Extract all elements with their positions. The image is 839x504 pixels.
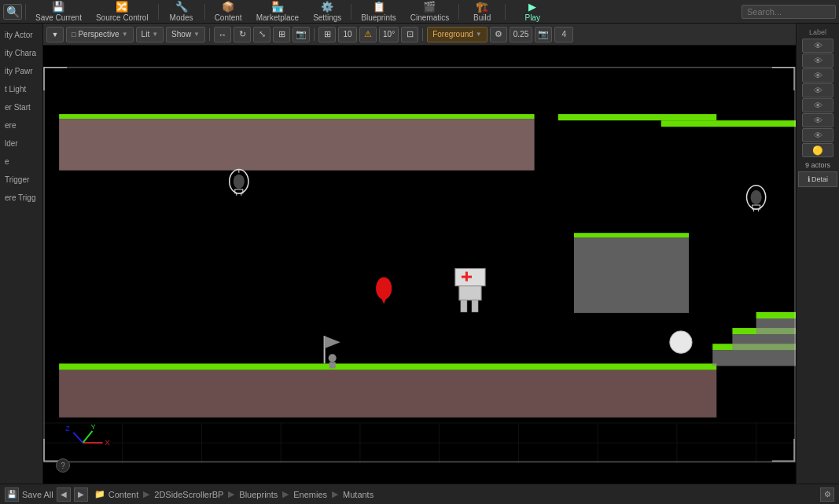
lit-button[interactable]: Lit ▼: [136, 27, 164, 42]
eye-button-2[interactable]: 👁: [802, 53, 833, 68]
breadcrumb-sep-1: ▶: [143, 489, 149, 499]
translate-icon-btn[interactable]: ↔: [214, 27, 231, 42]
sidebar-item-trigger2[interactable]: ere Trigg: [0, 189, 42, 206]
sidebar-item-empty[interactable]: e: [0, 153, 42, 170]
svg-point-13: [234, 175, 245, 189]
eye-button-7[interactable]: 👁: [802, 128, 833, 142]
svg-text:Y: Y: [90, 423, 95, 431]
save-current-button[interactable]: 💾 Save Current: [29, 2, 88, 22]
eye-button-6[interactable]: 👁: [802, 113, 833, 127]
back-button[interactable]: ◀: [57, 487, 71, 502]
angle-number: 10°: [379, 27, 399, 42]
toolbar-separator-3: [204, 4, 205, 20]
camera-speed-number: 4: [554, 27, 573, 42]
perspective-dropdown-icon: ▼: [122, 31, 128, 38]
game-scene: X Y Z: [43, 46, 796, 484]
svg-rect-5: [661, 120, 796, 127]
eye-button-4[interactable]: 👁: [802, 83, 833, 97]
perspective-button[interactable]: □ Perspective ▼: [66, 27, 134, 42]
svg-point-18: [751, 190, 762, 204]
eye-button-5[interactable]: 👁: [802, 98, 833, 112]
rotate-icon-btn[interactable]: ↻: [234, 27, 251, 42]
marketplace-button[interactable]: 🏪 Marketplace: [250, 2, 305, 22]
source-control-button[interactable]: 🔀 Source Control: [90, 2, 155, 22]
breadcrumb-content[interactable]: Content: [109, 490, 139, 499]
blueprints-button[interactable]: 📋 Blueprints: [355, 2, 402, 22]
svg-point-39: [329, 354, 337, 362]
breadcrumb-path4[interactable]: Mutants: [343, 490, 374, 499]
camera-icon-btn[interactable]: 📷: [293, 27, 310, 42]
camera-icon[interactable]: 📷: [535, 27, 552, 42]
sidebar-item-playerstart[interactable]: er Start: [0, 99, 42, 116]
svg-rect-19: [59, 363, 716, 370]
svg-rect-7: [574, 237, 689, 313]
breadcrumb-sep-3: ▶: [282, 489, 289, 499]
sidebar-item-pawn[interactable]: ity Pawr: [0, 63, 42, 79]
toolbar-separator-4: [351, 4, 351, 20]
foreground-button[interactable]: Foreground ▼: [427, 27, 488, 42]
foreground-dropdown-icon: ▼: [476, 31, 482, 38]
show-button[interactable]: Show ▼: [166, 27, 205, 42]
breadcrumb-path1[interactable]: 2DSideScrollerBP: [154, 490, 223, 499]
angle-warning-icon: ⚠: [359, 27, 377, 42]
bottom-right-controls: ⚙: [820, 487, 834, 502]
breadcrumb-path2[interactable]: Blueprints: [239, 490, 278, 499]
bottom-bar: 💾 Save All ◀ ▶ 📁 Content ▶ 2DSideScrolle…: [0, 484, 839, 504]
vp-sep-1: [209, 28, 210, 41]
grid-size-number: 10: [338, 27, 357, 42]
viewport-menu-button[interactable]: ▼: [46, 27, 64, 42]
settings-button[interactable]: ⚙️ Settings: [307, 2, 348, 22]
content-button[interactable]: 📦 Content: [208, 2, 248, 22]
opacity-number: 0.25: [510, 27, 532, 42]
eye-button-3[interactable]: 👁: [802, 68, 833, 83]
svg-point-28: [670, 331, 692, 353]
details-button[interactable]: ℹ Detai: [798, 171, 837, 187]
svg-rect-35: [461, 300, 467, 312]
breadcrumb-sep-4: ▶: [332, 489, 338, 499]
marketplace-icon: 🏪: [271, 1, 284, 13]
surface-snap-icon[interactable]: ⊡: [401, 27, 418, 42]
details-icon: ℹ: [808, 175, 810, 183]
svg-rect-27: [756, 318, 796, 334]
build-button[interactable]: 🏗️ Build: [462, 2, 502, 22]
lit-dropdown-icon: ▼: [152, 31, 158, 38]
scale-icon-btn[interactable]: ⤡: [253, 27, 270, 42]
breadcrumb-path3[interactable]: Enemies: [293, 490, 327, 499]
sidebar-item-volumes[interactable]: ere: [0, 117, 42, 134]
toolbar-separator-5: [458, 4, 459, 20]
eye-button-8[interactable]: 🟡: [802, 143, 833, 157]
toolbar-separator-6: [505, 4, 506, 20]
viewport-canvas[interactable]: X Y Z ?: [43, 46, 796, 484]
save-icon: 💾: [52, 1, 64, 13]
modes-button[interactable]: 🔧 Modes: [162, 2, 201, 22]
sidebar-item-character[interactable]: ity Chara: [0, 45, 42, 61]
svg-rect-23: [712, 350, 796, 366]
toolbar-separator: [25, 4, 26, 20]
cinematics-button[interactable]: 🎬 Cinematics: [404, 2, 455, 22]
menu-icon[interactable]: 🔍: [3, 4, 22, 20]
blueprints-icon: 📋: [373, 1, 385, 13]
left-sidebar: ity Actor ity Chara ity Pawr t Light er …: [0, 24, 43, 484]
svg-rect-3: [59, 119, 534, 170]
svg-rect-40: [329, 362, 336, 368]
sidebar-item-trigger[interactable]: Trigger: [0, 171, 42, 188]
viewport-container: ▼ □ Perspective ▼ Lit ▼ Show ▼ ↔ ↻ ⤡ ⊞ 📷…: [43, 24, 796, 484]
toolbar-separator-2: [158, 4, 159, 20]
settings-bottom-btn[interactable]: ⚙: [820, 487, 834, 502]
sidebar-item-holder[interactable]: lder: [0, 135, 42, 152]
sidebar-item-actor[interactable]: ity Actor: [0, 27, 42, 43]
settings-icon: ⚙️: [321, 1, 333, 13]
svg-rect-1: [59, 114, 534, 119]
search-input[interactable]: [741, 5, 836, 19]
eye-button-1[interactable]: 👁: [802, 39, 833, 53]
grid-icon-btn[interactable]: ⊞: [318, 27, 336, 42]
vp-sep-3: [422, 28, 423, 41]
save-icon-btn[interactable]: 💾: [5, 487, 19, 502]
snap-icon-btn[interactable]: ⊞: [273, 27, 290, 42]
actor-count-label: 9 actors: [797, 158, 839, 171]
help-icon[interactable]: ?: [56, 458, 70, 473]
forward-button[interactable]: ▶: [74, 487, 88, 502]
foreground-settings-icon[interactable]: ⚙: [490, 27, 507, 42]
sidebar-item-light[interactable]: t Light: [0, 81, 42, 97]
play-button[interactable]: ▶ Play: [509, 2, 556, 22]
